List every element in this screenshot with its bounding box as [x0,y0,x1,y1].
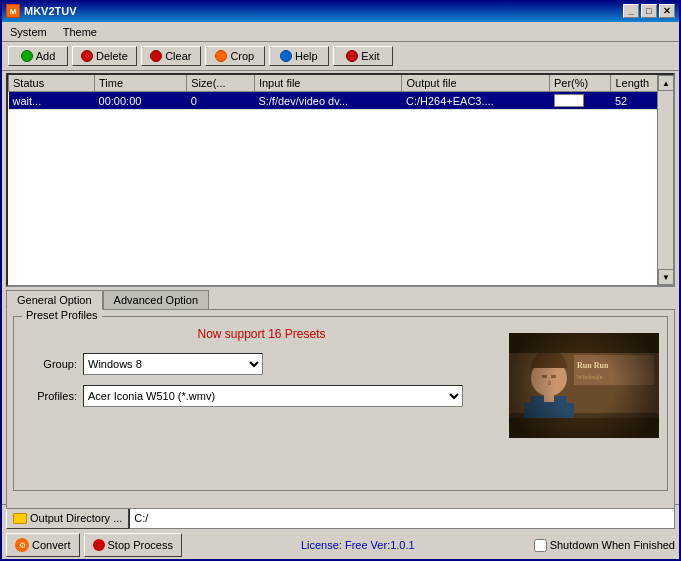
exit-button[interactable]: Exit [333,46,393,66]
close-button[interactable]: ✕ [659,4,675,18]
file-table-body: wait... 00:00:00 0 S:/f/dev/video dv... … [9,92,673,110]
add-icon [21,50,33,62]
preview-canvas [509,333,659,438]
scrollbar: ▲ ▼ [657,75,673,285]
tabs-section: General Option Advanced Option Preset Pr… [6,289,675,509]
col-size: Size(... [187,75,255,92]
options-panel: Preset Profiles Now support 16 Presets G… [6,309,675,509]
cell-output: C:/H264+EAC3.... [402,92,550,110]
status-bar: License: Free Ver:1.0.1 [186,539,530,551]
maximize-button[interactable]: □ [641,4,657,18]
window-controls: _ □ ✕ [623,4,675,18]
table-row[interactable]: wait... 00:00:00 0 S:/f/dev/video dv... … [9,92,673,110]
preset-profiles-group: Preset Profiles Now support 16 Presets G… [13,316,668,491]
add-button[interactable]: Add [8,46,68,66]
cell-size: 0 [187,92,255,110]
percent-input[interactable] [554,94,584,107]
cell-time: 00:00:00 [95,92,187,110]
stop-icon [93,539,105,551]
toolbar: Add Delete Clear Crop Help Exit [2,42,679,71]
main-window: M MKV2TUV _ □ ✕ System Theme Add Delete … [0,0,681,561]
preview-thumbnail [509,333,659,438]
file-table: Status Time Size(... Input file Output f… [8,75,673,110]
cell-input: S:/f/dev/video dv... [254,92,402,110]
scroll-track [658,91,673,269]
col-percent: Per(%) [550,75,611,92]
app-icon: M [6,4,20,18]
title-bar: M MKV2TUV _ □ ✕ [2,0,679,22]
help-button[interactable]: Help [269,46,329,66]
group-row: Group: Windows 8 Android iOS Windows Pho… [22,353,501,375]
cell-status: wait... [9,92,95,110]
delete-icon [81,50,93,62]
app-title: MKV2TUV [24,5,77,17]
file-list-container: Status Time Size(... Input file Output f… [6,73,675,287]
profiles-label: Profiles: [22,390,77,402]
group-select[interactable]: Windows 8 Android iOS Windows Phone [83,353,263,375]
profiles-row: Profiles: Acer Iconia W510 (*.wmv) Surfa… [22,385,501,407]
tab-advanced[interactable]: Advanced Option [103,290,209,310]
table-header-row: Status Time Size(... Input file Output f… [9,75,673,92]
shutdown-checkbox[interactable] [534,539,547,552]
clear-icon [150,50,162,62]
clear-button[interactable]: Clear [141,46,201,66]
help-icon [280,50,292,62]
tabs-row: General Option Advanced Option [6,289,675,309]
output-dir-button[interactable]: Output Directory ... [6,507,129,529]
crop-button[interactable]: Crop [205,46,265,66]
stop-process-button[interactable]: Stop Process [84,533,182,557]
profiles-select[interactable]: Acer Iconia W510 (*.wmv) Surface RT (*.w… [83,385,463,407]
col-time: Time [95,75,187,92]
cell-percent [550,92,611,110]
convert-button[interactable]: ⚙ Convert [6,533,80,557]
preset-content: Now support 16 Presets Group: Windows 8 … [22,321,659,438]
menu-theme[interactable]: Theme [59,25,101,39]
menu-bar: System Theme [2,22,679,42]
support-text: Now support 16 Presets [22,327,501,341]
tab-general[interactable]: General Option [6,290,103,310]
preset-group-label: Preset Profiles [22,309,102,321]
bottom-section: Output Directory ... ⚙ Convert Stop Proc… [2,504,679,559]
exit-icon [346,50,358,62]
preset-left: Now support 16 Presets Group: Windows 8 … [22,321,501,438]
convert-icon: ⚙ [15,538,29,552]
minimize-button[interactable]: _ [623,4,639,18]
col-output: Output file [402,75,550,92]
group-label: Group: [22,358,77,370]
actions-row: ⚙ Convert Stop Process License: Free Ver… [2,531,679,559]
crop-icon [215,50,227,62]
shutdown-label: Shutdown When Finished [534,539,675,552]
folder-icon [13,513,27,524]
col-status: Status [9,75,95,92]
col-input: Input file [254,75,402,92]
menu-system[interactable]: System [6,25,51,39]
output-dir-input[interactable] [129,507,675,529]
delete-button[interactable]: Delete [72,46,137,66]
scroll-up-arrow[interactable]: ▲ [658,75,674,91]
scroll-down-arrow[interactable]: ▼ [658,269,674,285]
license-text: License: Free Ver:1.0.1 [301,539,415,551]
